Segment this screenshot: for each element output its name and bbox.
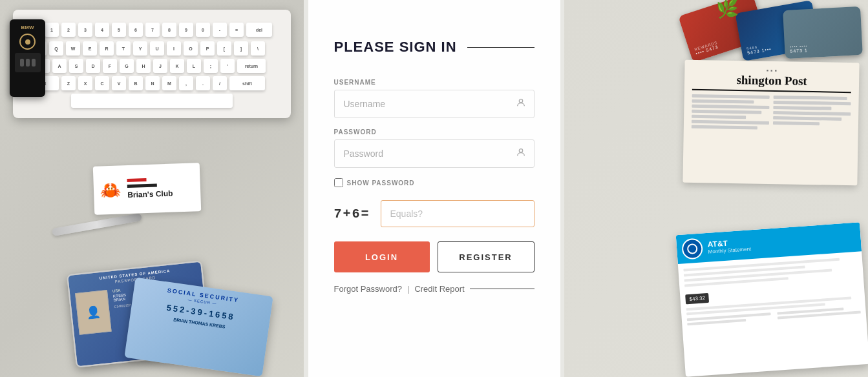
username-input-wrapper xyxy=(334,90,535,118)
title-line xyxy=(467,47,535,48)
brand-name: Brian's Club xyxy=(127,190,173,200)
username-input[interactable] xyxy=(335,90,534,117)
credit-report-link[interactable]: Credit Report xyxy=(414,284,464,294)
att-statement: AT&T Monthly Statement $43.32 xyxy=(676,222,868,376)
username-user-icon xyxy=(516,97,526,110)
plant: 🌿 xyxy=(716,0,739,18)
login-button[interactable]: LOGIN xyxy=(334,241,430,272)
footer-separator: | xyxy=(407,284,409,294)
credit-card-3: •••• •••• 5473 1 xyxy=(783,6,863,59)
keyboard: esc 1 2 3 4 5 6 7 8 9 0 - = del tab Q W … xyxy=(13,10,291,118)
pen xyxy=(52,213,142,236)
username-label: USERNAME xyxy=(334,79,535,86)
footer-links: Forgot Password? | Credit Report xyxy=(334,284,535,294)
newspaper: ■ ■ ■ shington Post xyxy=(683,60,859,186)
background: esc 1 2 3 4 5 6 7 8 9 0 - = del tab Q W … xyxy=(0,0,868,377)
password-group: PASSWORD xyxy=(334,128,535,168)
show-password-checkbox[interactable] xyxy=(334,178,343,187)
left-background: esc 1 2 3 4 5 6 7 8 9 0 - = del tab Q W … xyxy=(0,0,304,377)
password-input[interactable] xyxy=(335,140,534,167)
brand-bars-container: Brian's Club xyxy=(127,178,173,200)
password-user-icon xyxy=(516,147,526,160)
password-label: PASSWORD xyxy=(334,128,535,136)
buttons-row: LOGIN REGISTER xyxy=(334,241,535,272)
footer-line xyxy=(470,289,535,289)
newspaper-title: shington Post xyxy=(692,72,851,93)
right-background: REWARDS •••• 5473 5466 5473 1••• •••• ••… xyxy=(564,0,868,377)
captcha-input[interactable] xyxy=(381,200,535,227)
register-button[interactable]: REGISTER xyxy=(438,241,535,272)
car-key: BMW xyxy=(10,19,45,97)
form-title-row: PLEASE SIGN IN xyxy=(334,39,535,56)
brand-card: 🦀 Brian's Club xyxy=(93,163,202,215)
captcha-expression: 7+6= xyxy=(334,207,373,221)
svg-point-1 xyxy=(519,149,522,152)
show-password-label[interactable]: SHOW PASSWORD xyxy=(347,179,415,187)
ssn-card: SOCIAL SECURITY — SECUR — 552-39-1658 BR… xyxy=(124,278,273,377)
forgot-password-link[interactable]: Forgot Password? xyxy=(334,284,403,294)
show-password-row: SHOW PASSWORD xyxy=(334,178,535,187)
svg-point-0 xyxy=(519,99,522,103)
password-input-wrapper xyxy=(334,139,535,168)
username-group: USERNAME xyxy=(334,79,535,118)
form-title: PLEASE SIGN IN xyxy=(334,39,457,56)
captcha-row: 7+6= xyxy=(334,200,535,227)
login-panel: PLEASE SIGN IN USERNAME PASSWORD xyxy=(308,0,560,377)
brand-crab-icon: 🦀 xyxy=(100,179,122,200)
att-logo xyxy=(681,238,703,260)
